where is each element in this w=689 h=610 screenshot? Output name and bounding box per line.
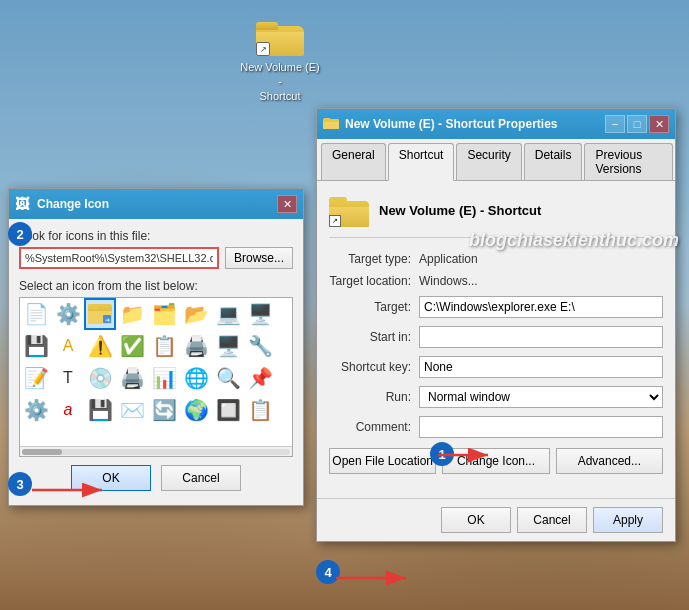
ci-icon-row-2: 💾 A ⚠️ ✅ 📋 🖨️ 🖥️ 🔧 [20, 330, 292, 362]
change-icon-titlebar: 🖼 Change Icon ✕ [9, 189, 303, 219]
ci-close-button[interactable]: ✕ [277, 195, 297, 213]
ci-scroll-thumb [22, 449, 62, 455]
target-type-value: Application [419, 252, 663, 266]
ci-browse-button[interactable]: Browse... [225, 247, 293, 269]
target-type-label: Target type: [329, 252, 419, 266]
tab-previous-versions[interactable]: Previous Versions [584, 143, 673, 180]
arrow-3 [32, 480, 112, 503]
ci-icon-15[interactable]: 🖥️ [212, 330, 244, 362]
start-in-label: Start in: [329, 330, 419, 344]
step-3-circle: 3 [8, 472, 32, 496]
shortcut-key-input[interactable] [419, 356, 663, 378]
props-header: ↗ New Volume (E) - Shortcut [329, 193, 663, 238]
ci-icon-31[interactable]: 🔲 [212, 394, 244, 426]
maximize-button[interactable]: □ [627, 115, 647, 133]
ci-icon-5[interactable]: 🗂️ [148, 298, 180, 330]
desktop-icon-label: New Volume (E) - Shortcut [240, 60, 320, 103]
desktop: ↗ New Volume (E) - Shortcut blogchiaseki… [0, 0, 689, 610]
props-cancel-button[interactable]: Cancel [517, 507, 587, 533]
ci-icon-2[interactable]: ⚙️ [52, 298, 84, 330]
ci-icon-22[interactable]: 🌐 [180, 362, 212, 394]
open-file-location-button[interactable]: Open File Location [329, 448, 436, 474]
ci-icon-8[interactable]: 🖥️ [244, 298, 276, 330]
ci-icon-16[interactable]: 🔧 [244, 330, 276, 362]
ci-icon-21[interactable]: 📊 [148, 362, 180, 394]
props-folder-icon: ↗ [329, 193, 369, 227]
start-in-input[interactable] [419, 326, 663, 348]
ci-cancel-button[interactable]: Cancel [161, 465, 241, 491]
ci-icon-14[interactable]: 🖨️ [180, 330, 212, 362]
props-footer: OK Cancel Apply [317, 498, 675, 541]
start-in-row: Start in: [329, 326, 663, 348]
ci-icon-29[interactable]: 🔄 [148, 394, 180, 426]
arrow-1 [438, 445, 498, 468]
step-2-circle: 2 [8, 222, 32, 246]
minimize-button[interactable]: − [605, 115, 625, 133]
ci-icon-12[interactable]: ✅ [116, 330, 148, 362]
ci-icon-13[interactable]: 📋 [148, 330, 180, 362]
ci-icon-7[interactable]: 💻 [212, 298, 244, 330]
ci-icon-19[interactable]: 💿 [84, 362, 116, 394]
close-button[interactable]: ✕ [649, 115, 669, 133]
ci-icon-23[interactable]: 🔍 [212, 362, 244, 394]
ci-icon-25[interactable]: ⚙️ [20, 394, 52, 426]
ci-icon-18[interactable]: T [52, 362, 84, 394]
ci-scroll-track [22, 449, 290, 455]
shortcut-props-dialog: New Volume (E) - Shortcut Properties − □… [316, 108, 676, 542]
tab-shortcut[interactable]: Shortcut [388, 143, 455, 181]
change-icon-titlebar-icon: 🖼 [15, 196, 31, 212]
props-ok-button[interactable]: OK [441, 507, 511, 533]
run-label: Run: [329, 390, 419, 404]
ci-icon-30[interactable]: 🌍 [180, 394, 212, 426]
ci-icon-17[interactable]: 📝 [20, 362, 52, 394]
advanced-button[interactable]: Advanced... [556, 448, 663, 474]
run-row: Run: Normal window [329, 386, 663, 408]
ci-icon-32[interactable]: 📋 [244, 394, 276, 426]
target-type-row: Target type: Application [329, 252, 663, 266]
ci-icon-grid: 📄 ⚙️ ➔ 📁 🗂️ 📂 💻 [19, 297, 293, 457]
comment-input[interactable] [419, 416, 663, 438]
run-select[interactable]: Normal window [419, 386, 663, 408]
ci-icon-4[interactable]: 📁 [116, 298, 148, 330]
change-icon-title: Change Icon [37, 197, 277, 211]
props-titlebar: New Volume (E) - Shortcut Properties − □… [317, 109, 675, 139]
ci-icon-row-3: 📝 T 💿 🖨️ 📊 🌐 🔍 📌 [20, 362, 292, 394]
comment-row: Comment: [329, 416, 663, 438]
ci-scrollbar[interactable] [20, 446, 292, 456]
ci-icon-26[interactable]: a [52, 394, 84, 426]
target-row: Target: [329, 296, 663, 318]
ci-icon-11[interactable]: ⚠️ [84, 330, 116, 362]
props-titlebar-title: New Volume (E) - Shortcut Properties [345, 117, 605, 131]
ci-list-label: Select an icon from the list below: [19, 279, 293, 293]
ci-icon-27[interactable]: 💾 [84, 394, 116, 426]
ci-icon-20[interactable]: 🖨️ [116, 362, 148, 394]
ci-file-label: Look for icons in this file: [19, 229, 293, 243]
target-input[interactable] [419, 296, 663, 318]
tab-security[interactable]: Security [456, 143, 521, 180]
desktop-shortcut-icon[interactable]: ↗ New Volume (E) - Shortcut [240, 18, 320, 103]
shortcut-key-row: Shortcut key: [329, 356, 663, 378]
props-apply-button[interactable]: Apply [593, 507, 663, 533]
arrow-4 [336, 568, 416, 591]
tab-general[interactable]: General [321, 143, 386, 180]
ci-file-row: Browse... [19, 247, 293, 269]
ci-icon-28[interactable]: ✉️ [116, 394, 148, 426]
ci-icon-9[interactable]: 💾 [20, 330, 52, 362]
ci-icon-24[interactable]: 📌 [244, 362, 276, 394]
target-location-row: Target location: Windows... [329, 274, 663, 288]
target-label: Target: [329, 300, 419, 314]
tab-details[interactable]: Details [524, 143, 583, 180]
shortcut-arrow: ↗ [256, 42, 270, 56]
ci-content: Look for icons in this file: Browse... S… [9, 219, 303, 505]
ci-icon-10[interactable]: A [52, 330, 84, 362]
ci-file-input[interactable] [19, 247, 219, 269]
ci-icon-6[interactable]: 📂 [180, 298, 212, 330]
props-icon-label: New Volume (E) - Shortcut [379, 203, 541, 218]
ci-icon-1[interactable]: 📄 [20, 298, 52, 330]
shortcut-key-label: Shortcut key: [329, 360, 419, 374]
change-icon-dialog: 🖼 Change Icon ✕ Look for icons in this f… [8, 188, 304, 506]
ci-icon-row-1: 📄 ⚙️ ➔ 📁 🗂️ 📂 💻 [20, 298, 292, 330]
titlebar-buttons: − □ ✕ [605, 115, 669, 133]
folder-icon-image: ↗ [256, 18, 304, 56]
ci-icon-3[interactable]: ➔ [84, 298, 116, 330]
